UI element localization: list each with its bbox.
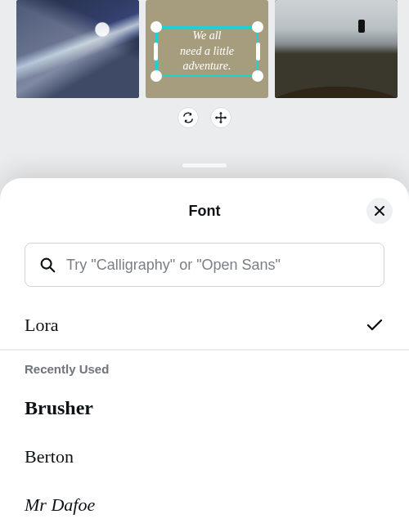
font-search-input[interactable] bbox=[66, 257, 371, 274]
font-name: Berton bbox=[25, 446, 74, 467]
selection-handle[interactable] bbox=[252, 21, 263, 33]
svg-line-1 bbox=[51, 268, 55, 272]
font-search[interactable] bbox=[25, 243, 384, 287]
page-thumbnail-2[interactable]: We all need a little adventure. bbox=[146, 0, 268, 98]
check-icon bbox=[365, 315, 384, 335]
text-content: We all need a little adventure. bbox=[180, 29, 234, 75]
close-button[interactable] bbox=[366, 198, 393, 224]
canvas-thumbnail-row: We all need a little adventure. bbox=[0, 0, 409, 103]
selected-text-box[interactable]: We all need a little adventure. bbox=[155, 26, 258, 77]
canvas-toolbar bbox=[0, 103, 409, 132]
move-button[interactable] bbox=[210, 107, 231, 128]
recent-label: Recently Used bbox=[0, 351, 409, 384]
font-item[interactable]: Berton bbox=[0, 433, 409, 481]
close-icon bbox=[374, 205, 385, 217]
search-icon bbox=[38, 256, 56, 274]
svg-point-0 bbox=[42, 259, 52, 269]
sheet-title: Font bbox=[0, 203, 409, 220]
selection-handle[interactable] bbox=[151, 70, 162, 82]
font-name: Lora bbox=[25, 315, 59, 336]
font-item[interactable]: Brusher bbox=[0, 384, 409, 433]
move-icon bbox=[214, 111, 227, 124]
selection-handle[interactable] bbox=[151, 21, 162, 33]
font-name: Mr Dafoe bbox=[25, 494, 95, 516]
sync-button[interactable] bbox=[178, 107, 199, 128]
page-thumbnail-1[interactable] bbox=[16, 0, 139, 98]
font-name: Brusher bbox=[25, 397, 93, 419]
sheet-grabber[interactable] bbox=[182, 163, 227, 168]
font-sheet: Font Lora Recently Used Brusher Berton M… bbox=[0, 178, 409, 532]
selection-handle[interactable] bbox=[154, 42, 158, 60]
selection-handle[interactable] bbox=[252, 70, 263, 82]
page-thumbnail-3[interactable] bbox=[275, 0, 398, 98]
font-item[interactable]: Mr Dafoe bbox=[0, 481, 409, 530]
selection-handle[interactable] bbox=[256, 42, 260, 60]
sync-icon bbox=[182, 111, 195, 124]
font-item-selected[interactable]: Lora bbox=[0, 302, 409, 350]
